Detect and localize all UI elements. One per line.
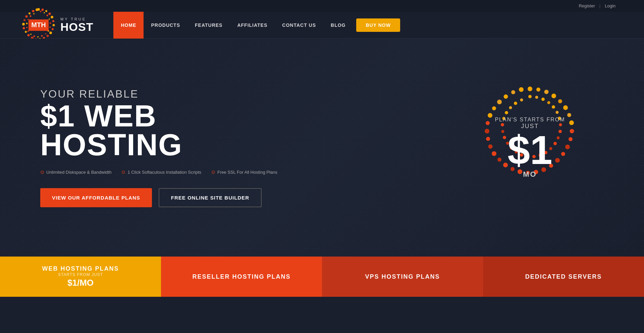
hero-subtitle: YOUR RELIABLE [40,88,292,100]
svg-point-45 [544,90,549,94]
svg-point-24 [44,12,45,13]
svg-point-50 [569,120,574,125]
plan-dedicated-servers[interactable]: DEDICATED SERVERS [483,257,644,297]
logo-circle-icon: MTH [20,7,57,44]
svg-point-69 [488,113,492,118]
plan-web-title: WEB HOSTING PLANS [42,265,119,272]
svg-point-2 [45,10,47,12]
svg-point-23 [40,10,42,12]
svg-point-70 [492,106,496,110]
plan-reseller-title: RESELLER HOSTING PLANS [192,273,290,280]
nav-blog[interactable]: BLOG [323,12,353,39]
navbar: MTH MY TRUE HOST HOME PRODUCTS FEATURES … [0,12,644,39]
nav-contact[interactable]: CONTACT US [275,12,323,39]
hero-feature-2: 1 Click Softaculous Installation Scripts [121,169,201,175]
svg-point-21 [32,10,35,12]
hero-features: Unlimited Diskspace & Bandwidth 1 Click … [40,169,292,175]
svg-point-71 [497,100,502,104]
hero-feature-3: Free SSL For All Hosting Plans [211,169,277,175]
svg-point-36 [26,27,28,28]
svg-point-34 [30,34,32,35]
svg-point-39 [30,15,32,17]
svg-point-18 [23,19,25,21]
nav-home[interactable]: HOME [113,12,144,39]
svg-point-68 [486,121,490,125]
svg-point-17 [22,23,25,25]
hero-content: YOUR RELIABLE $1 WEB HOSTING Unlimited D… [40,88,292,207]
svg-point-6 [53,24,55,26]
svg-text:MTH: MTH [31,21,46,29]
svg-point-76 [535,96,538,99]
svg-point-46 [551,94,556,98]
svg-point-25 [47,14,48,16]
hero-buttons: VIEW OUR AFFORDABLE PLANS FREE ONLINE SI… [40,188,292,207]
svg-point-30 [45,33,46,35]
svg-point-79 [552,105,555,109]
svg-point-3 [49,12,51,15]
plan-reseller-hosting[interactable]: RESELLER HOSTING PLANS [161,257,322,297]
svg-point-65 [488,145,493,149]
svg-point-1 [42,8,44,11]
site-builder-button[interactable]: FREE ONLINE SITE BUILDER [159,188,262,207]
svg-point-80 [556,111,559,114]
svg-point-15 [25,31,27,33]
svg-point-67 [485,129,489,133]
svg-point-35 [28,30,29,32]
svg-point-77 [541,98,545,101]
login-link[interactable]: Login [605,3,615,8]
svg-point-4 [51,16,53,18]
svg-point-48 [563,105,568,110]
svg-point-101 [514,102,517,105]
svg-point-7 [52,28,54,30]
svg-point-14 [28,34,30,36]
svg-point-32 [37,36,39,38]
price-amount: $1 [495,130,565,170]
svg-point-38 [28,19,29,20]
svg-point-72 [504,95,508,99]
svg-point-78 [547,101,550,104]
buy-now-button[interactable]: BUY NOW [356,18,400,32]
plans-bar: WEB HOSTING PLANS STARTS FROM JUST $1/MO… [0,257,644,297]
svg-point-102 [520,99,523,102]
svg-point-74 [519,87,524,92]
price-inner: PLAN'S STARTS FROM JUST $1 MO [495,117,565,179]
plan-vps-hosting[interactable]: VPS HOSTING PLANS [322,257,483,297]
view-plans-button[interactable]: VIEW OUR AFFORDABLE PLANS [40,188,152,207]
svg-point-100 [509,106,512,109]
svg-point-9 [47,35,49,37]
svg-point-31 [41,35,43,37]
svg-point-20 [29,12,31,14]
svg-point-33 [34,35,35,37]
logo: MTH MY TRUE HOST [20,7,93,44]
logo-text: MY TRUE HOST [60,17,93,33]
price-starts-from: PLAN'S STARTS FROM [495,117,565,123]
svg-point-5 [52,20,54,22]
svg-point-40 [33,13,35,14]
plan-web-price: $1/MO [67,278,94,288]
nav-products[interactable]: PRODUCTS [144,12,187,39]
price-circle: PLAN'S STARTS FROM JUST $1 MO [466,84,594,211]
hero-title: $1 WEB HOSTING [40,102,292,159]
plan-dedicated-title: DEDICATED SERVERS [525,273,602,280]
svg-point-8 [49,32,52,34]
hero-feature-1: Unlimited Diskspace & Bandwidth [40,169,111,175]
svg-point-51 [570,129,574,133]
svg-point-66 [486,137,490,141]
svg-point-26 [49,18,50,20]
svg-point-99 [505,111,508,114]
register-link[interactable]: Register [579,3,595,8]
svg-point-16 [23,27,25,29]
logo-host: HOST [60,21,93,33]
plan-web-hosting[interactable]: WEB HOSTING PLANS STARTS FROM JUST $1/MO [0,257,161,297]
plan-web-sub: STARTS FROM JUST [58,272,103,277]
nav-affiliates[interactable]: AFFILIATES [230,12,275,39]
svg-point-49 [567,113,571,117]
svg-point-27 [50,22,51,24]
svg-point-19 [25,15,28,17]
svg-point-73 [511,90,515,94]
svg-point-75 [528,95,532,98]
separator: | [599,3,600,8]
svg-point-22 [36,8,38,11]
price-mo: MO [495,170,565,179]
nav-features[interactable]: FEATURES [187,12,230,39]
